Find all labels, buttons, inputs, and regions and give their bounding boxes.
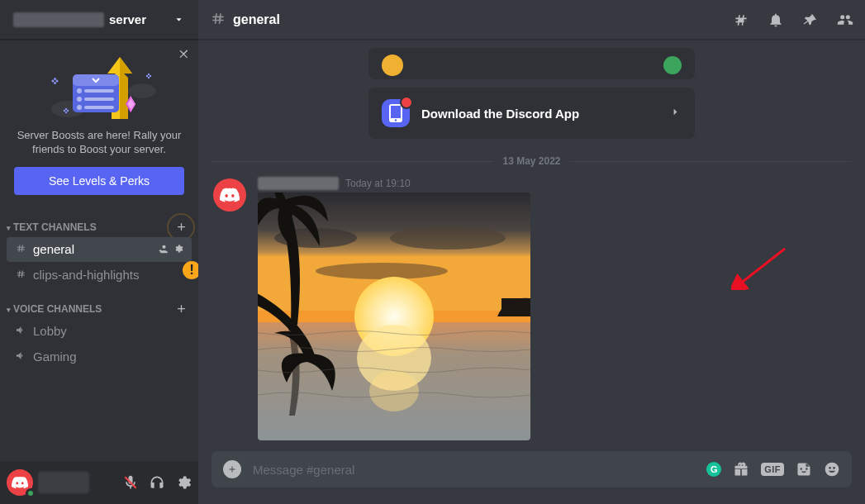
boost-illustration [8,53,190,119]
svg-point-14 [64,110,65,112]
svg-rect-27 [391,106,401,118]
composer: G GIF [211,451,852,487]
chevron-down-icon [173,13,185,26]
attach-button[interactable] [223,460,241,478]
text-channels-label: TEXT CHANNELS [13,221,97,233]
svg-point-21 [148,77,150,78]
main-area: general Download the Discord App [198,0,865,504]
channel-label: Gaming [33,349,77,364]
online-status-icon [26,488,36,498]
chevron-right-icon [669,106,682,121]
download-app-label: Download the Discord App [421,107,579,121]
svg-point-11 [56,80,59,83]
svg-rect-7 [84,97,114,101]
close-icon[interactable] [178,48,190,63]
headphones-icon[interactable] [149,474,165,491]
svg-point-32 [390,226,506,250]
svg-point-4 [77,88,82,93]
user-panel [0,461,198,504]
svg-point-15 [67,110,69,112]
invite-icon[interactable] [157,243,169,255]
svg-point-19 [150,75,151,77]
boost-levels-button[interactable]: See Levels & Perks [14,167,184,195]
svg-point-24 [382,55,403,76]
svg-point-16 [65,108,67,110]
svg-rect-5 [84,89,114,93]
author-name-redacted[interactable] [258,177,339,190]
pin-icon[interactable] [802,12,819,28]
message-input[interactable] [253,463,695,477]
svg-point-33 [316,263,448,279]
grammarly-icon[interactable]: G [706,462,721,477]
gear-icon[interactable] [173,243,185,255]
message-timestamp: Today at 19:10 [345,178,411,189]
svg-point-23 [744,21,749,26]
add-voice-channel-button[interactable] [173,302,188,316]
svg-point-20 [148,74,150,75]
image-attachment[interactable] [258,193,530,440]
date-label: 13 May 2022 [502,155,560,167]
svg-point-18 [146,75,148,77]
date-divider: 13 May 2022 [211,155,852,167]
svg-point-1 [128,83,156,98]
phone-icon [382,99,410,127]
boost-card: Server Boosts are here! Rally your frien… [0,40,198,207]
svg-point-12 [54,78,56,80]
svg-point-28 [395,119,397,121]
svg-rect-3 [73,74,119,86]
self-avatar[interactable] [7,469,33,496]
svg-point-10 [52,80,55,83]
server-name-redacted [13,12,104,27]
text-channels-header[interactable]: ▾TEXT CHANNELS [0,207,198,236]
download-app-card[interactable]: Download the Discord App [368,88,695,139]
self-username-redacted [38,472,89,493]
server-name-suffix: server [109,12,146,26]
svg-point-37 [369,370,419,411]
svg-rect-9 [84,106,114,109]
svg-point-13 [54,82,56,84]
channel-general[interactable]: general [7,237,192,262]
warning-badge[interactable]: ! [183,261,198,279]
gift-icon[interactable] [733,461,749,478]
voice-channels-header[interactable]: ▾VOICE CHANNELS [0,288,198,318]
gif-button[interactable]: GIF [761,463,784,476]
svg-point-41 [829,467,831,469]
emoji-icon[interactable] [824,461,840,478]
svg-point-6 [77,97,82,102]
chat-area: Download the Discord App 13 May 2022 Tod… [198,40,865,451]
gear-icon[interactable] [175,474,192,491]
svg-point-17 [65,112,67,113]
message: Today at 19:10 [211,174,852,449]
author-avatar[interactable] [213,178,246,212]
speaker-icon [13,349,28,364]
channel-lobby[interactable]: Lobby [7,319,192,344]
channel-label: Lobby [33,324,67,338]
hash-icon [210,10,226,30]
channel-label: clips-and-highlights [33,268,139,282]
svg-point-25 [663,56,682,74]
speaker-icon [13,324,28,339]
add-text-channel-button[interactable] [173,220,188,235]
channel-title: general [233,12,280,27]
hash-icon [13,242,28,257]
svg-point-42 [833,467,835,469]
threads-icon[interactable] [733,12,749,28]
server-header[interactable]: server [0,0,198,40]
server-sidebar: server [0,0,198,504]
svg-point-40 [825,463,839,477]
svg-point-8 [77,105,82,110]
members-icon[interactable] [837,12,853,28]
hash-icon [13,268,28,283]
bell-icon[interactable] [768,12,784,28]
mute-icon[interactable] [122,474,139,491]
channel-header: general [198,0,865,40]
boost-text: Server Boosts are here! Rally your frien… [8,129,190,167]
channel-label: general [33,242,74,256]
channel-clips-and-highlights[interactable]: clips-and-highlights [7,263,192,288]
channel-gaming[interactable]: Gaming [7,345,192,369]
sticker-icon[interactable] [796,461,812,478]
channels-list: ▾TEXT CHANNELS general clip [0,207,198,461]
voice-channels-label: VOICE CHANNELS [13,303,102,315]
welcome-card-partial[interactable] [368,48,695,79]
